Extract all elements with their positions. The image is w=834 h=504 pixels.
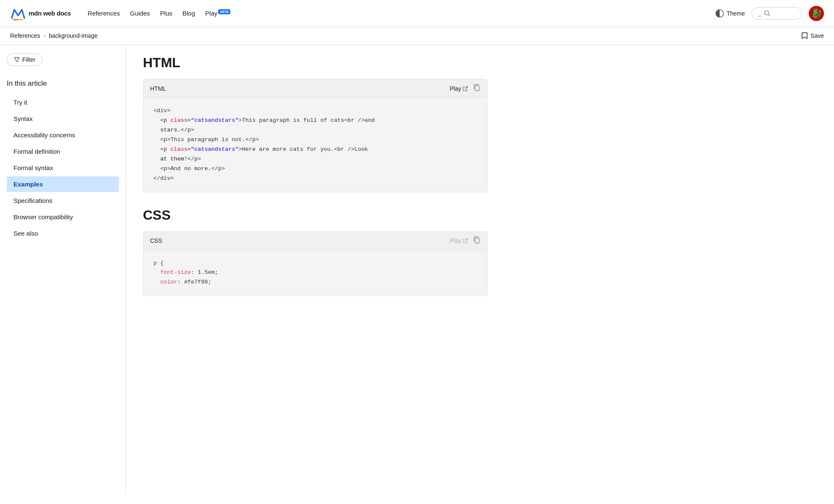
sidebar-item-specifications[interactable]: Specifications	[7, 193, 119, 208]
top-nav: mdn web docs References Guides Plus Blog…	[0, 0, 834, 27]
sidebar-item-formal-syntax[interactable]: Formal syntax	[7, 160, 119, 176]
filter-icon	[14, 57, 20, 63]
copy-icon-css	[473, 236, 480, 244]
list-item: Specifications	[7, 193, 119, 208]
sidebar-item-browser-compat[interactable]: Browser compatibility	[7, 209, 119, 225]
list-item: Syntax	[7, 111, 119, 126]
nav-references[interactable]: References	[88, 10, 120, 17]
list-item: Browser compatibility	[7, 209, 119, 225]
theme-label: Theme	[726, 10, 745, 17]
sidebar-section: In this article Try it Syntax Accessibil…	[7, 79, 119, 241]
save-button[interactable]: Save	[801, 32, 824, 39]
theme-button[interactable]: Theme	[715, 9, 745, 18]
html-play-button[interactable]: Play	[450, 85, 468, 92]
nav-blog[interactable]: Blog	[182, 10, 195, 17]
breadcrumb: References › background-image	[10, 32, 98, 39]
external-link-icon	[463, 86, 468, 91]
css-play-label: Play	[450, 237, 461, 244]
html-play-label: Play	[450, 85, 461, 92]
sidebar-item-see-also[interactable]: See also	[7, 226, 119, 241]
search-button[interactable]: _	[752, 7, 802, 20]
list-item: Examples	[7, 176, 119, 192]
css-play-button[interactable]: Play	[450, 237, 468, 244]
main-content: HTML HTML Play	[126, 45, 504, 495]
list-item: Accessibility concerns	[7, 127, 119, 143]
html-code-actions: Play	[450, 84, 480, 93]
css-section-title: CSS	[143, 207, 488, 223]
avatar-icon: 🐉	[811, 8, 822, 19]
list-item: See also	[7, 226, 119, 241]
css-code-actions: Play	[450, 236, 480, 246]
list-item: Try it	[7, 94, 119, 110]
search-shortcut: _	[758, 10, 761, 17]
search-icon	[764, 10, 771, 17]
sidebar: Filter In this article Try it Syntax Acc…	[0, 45, 126, 495]
html-section-title: HTML	[143, 55, 488, 71]
breadcrumb-bar: References › background-image Save	[0, 27, 834, 45]
svg-rect-5	[475, 86, 479, 91]
filter-button[interactable]: Filter	[7, 53, 42, 66]
sidebar-item-formal-definition[interactable]: Formal definition	[7, 144, 119, 159]
html-code-block: HTML Play	[143, 79, 488, 192]
sidebar-nav: Try it Syntax Accessibility concerns For…	[7, 94, 119, 241]
list-item: Formal syntax	[7, 160, 119, 176]
html-block-label: HTML	[150, 85, 166, 92]
sidebar-item-accessibility[interactable]: Accessibility concerns	[7, 127, 119, 143]
save-label: Save	[810, 32, 824, 39]
nav-play[interactable]: PlayNEW	[205, 10, 230, 17]
breadcrumb-current: background-image	[49, 32, 98, 39]
nav-guides[interactable]: Guides	[130, 10, 150, 17]
page-layout: Filter In this article Try it Syntax Acc…	[0, 45, 589, 495]
css-block-label: CSS	[150, 237, 162, 244]
html-copy-button[interactable]	[473, 84, 480, 93]
filter-label: Filter	[22, 56, 35, 63]
nav-links: References Guides Plus Blog PlayNEW	[88, 10, 231, 17]
sidebar-section-title: In this article	[7, 79, 119, 88]
html-code-block-header: HTML Play	[143, 79, 487, 98]
theme-icon	[715, 9, 724, 18]
external-link-icon-css	[463, 238, 468, 243]
sidebar-item-try-it[interactable]: Try it	[7, 94, 119, 110]
css-code-body: p { font-size: 1.5em; color: #fe7f88;	[143, 250, 487, 296]
css-code-block-header: CSS Play	[143, 232, 487, 250]
play-badge: NEW	[218, 9, 230, 14]
css-code-block: CSS Play	[143, 231, 488, 297]
svg-line-4	[768, 14, 770, 16]
breadcrumb-separator: ›	[44, 32, 46, 39]
avatar[interactable]: 🐉	[809, 6, 824, 21]
bookmark-icon	[801, 32, 808, 39]
svg-rect-6	[475, 238, 479, 243]
nav-right: Theme _ 🐉	[715, 6, 824, 21]
logo-text: mdn web docs	[29, 10, 71, 17]
breadcrumb-parent[interactable]: References	[10, 32, 40, 39]
css-copy-button[interactable]	[473, 236, 480, 246]
logo[interactable]: mdn web docs	[10, 5, 71, 21]
sidebar-item-examples[interactable]: Examples	[7, 176, 119, 192]
list-item: Formal definition	[7, 144, 119, 159]
sidebar-item-syntax[interactable]: Syntax	[7, 111, 119, 126]
copy-icon	[473, 84, 480, 91]
html-code-body: <div> <p class="catsandstars">This parag…	[143, 98, 487, 192]
nav-plus[interactable]: Plus	[160, 10, 172, 17]
